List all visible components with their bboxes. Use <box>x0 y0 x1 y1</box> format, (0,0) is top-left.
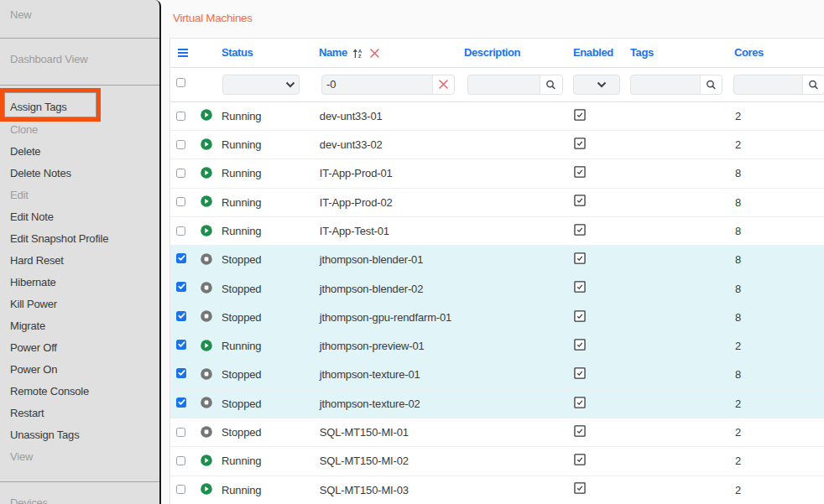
svg-text:A: A <box>358 49 362 54</box>
svg-text:Z: Z <box>358 54 362 59</box>
